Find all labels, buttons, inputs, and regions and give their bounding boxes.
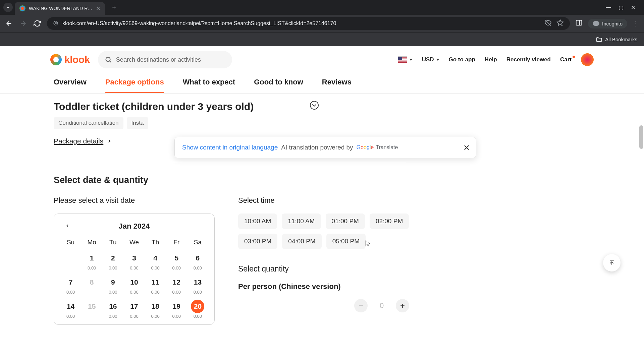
- calendar-day[interactable]: 100.00: [123, 276, 145, 297]
- cart-label: Cart: [560, 56, 572, 63]
- calendar-day[interactable]: 180.00: [145, 300, 166, 321]
- calendar-day[interactable]: 8: [81, 276, 102, 297]
- recently-viewed-link[interactable]: Recently viewed: [506, 56, 551, 63]
- cart-link[interactable]: Cart: [560, 56, 572, 63]
- tab-overview[interactable]: Overview: [54, 74, 87, 93]
- search-input[interactable]: Search destinations or activities: [98, 51, 232, 68]
- calendar-day-price: 0.00: [172, 290, 181, 295]
- browser-tab[interactable]: WAKING WONDERLAND Revis ✕: [15, 2, 105, 15]
- calendar-day[interactable]: 140.00: [60, 300, 81, 321]
- url-bar[interactable]: klook.com/en-US/activity/92569-waking-wo…: [47, 17, 570, 30]
- calendar-day-number: 13: [191, 276, 204, 289]
- tracking-protection-icon[interactable]: [544, 19, 552, 28]
- nav-reload-button[interactable]: [33, 19, 42, 28]
- calendar-day-price: 0.00: [66, 290, 75, 295]
- page-scrollbar[interactable]: [638, 46, 644, 362]
- translation-powered-by-text: AI translation powered by: [281, 144, 353, 151]
- time-slot[interactable]: 05:00 PM: [326, 234, 366, 249]
- calendar-day[interactable]: 160.00: [102, 300, 123, 321]
- klook-logo[interactable]: klook: [50, 54, 90, 65]
- incognito-label: Incognito: [602, 21, 623, 26]
- window-maximize-button[interactable]: ▢: [619, 4, 624, 11]
- time-slot[interactable]: 10:00 AM: [238, 214, 277, 229]
- new-tab-button[interactable]: +: [109, 2, 119, 12]
- calendar-day[interactable]: 60.00: [187, 251, 208, 273]
- svg-rect-2: [576, 20, 582, 25]
- calendar-day[interactable]: 30.00: [123, 251, 145, 273]
- calendar-day-price: 0.00: [66, 314, 75, 319]
- side-panel-icon[interactable]: [575, 19, 583, 28]
- tag-conditional-cancellation: Conditional cancellation: [54, 117, 123, 129]
- calendar-day[interactable]: 50.00: [166, 251, 187, 273]
- tab-what-to-expect[interactable]: What to expect: [183, 74, 235, 93]
- nav-back-button[interactable]: [5, 19, 13, 28]
- calendar-day-number: 8: [85, 276, 99, 289]
- calendar-day-number: 9: [106, 276, 120, 289]
- calendar-day[interactable]: 90.00: [102, 276, 123, 297]
- time-slot[interactable]: 11:00 AM: [282, 214, 321, 229]
- calendar-prev-button[interactable]: [65, 223, 70, 230]
- calendar-day[interactable]: 20.00: [102, 251, 123, 273]
- translation-banner-close-button[interactable]: ✕: [463, 143, 470, 153]
- calendar-dow: Th: [145, 239, 166, 249]
- tab-search-button[interactable]: [3, 3, 13, 12]
- time-slot[interactable]: 03:00 PM: [238, 234, 277, 249]
- calendar-day[interactable]: 10.00: [81, 251, 102, 273]
- site-info-icon[interactable]: [53, 20, 58, 27]
- calendar-day[interactable]: 120.00: [166, 276, 187, 297]
- nav-forward-button[interactable]: [19, 19, 28, 28]
- calendar-day[interactable]: 40.00: [145, 251, 166, 273]
- flag-icon: [398, 56, 407, 63]
- package-title: Toddler ticket (children under 3 years o…: [54, 101, 406, 112]
- window-minimize-button[interactable]: —: [606, 4, 611, 11]
- calendar-month-label: Jan 2024: [119, 222, 150, 231]
- bookmark-star-icon[interactable]: [556, 19, 564, 28]
- calendar-day[interactable]: 110.00: [145, 276, 166, 297]
- currency-selector[interactable]: USD: [422, 56, 439, 63]
- calendar-day-price: 0.00: [172, 265, 181, 270]
- calendar-day-price: 0.00: [130, 290, 138, 295]
- cart-notification-dot: [573, 56, 575, 58]
- date-label: Please select a visit date: [54, 196, 215, 205]
- user-avatar[interactable]: [581, 53, 594, 66]
- tab-close-button[interactable]: ✕: [96, 5, 100, 12]
- package-details-link[interactable]: Package details: [54, 137, 112, 145]
- all-bookmarks-button[interactable]: All Bookmarks: [596, 36, 637, 43]
- tab-package-options[interactable]: Package options: [105, 74, 164, 93]
- quantity-decrease-button[interactable]: −: [354, 299, 368, 312]
- window-close-button[interactable]: ✕: [631, 4, 635, 11]
- time-slot[interactable]: 02:00 PM: [370, 214, 409, 229]
- show-original-language-link[interactable]: Show content in original language: [182, 144, 278, 151]
- time-slot[interactable]: 04:00 PM: [282, 234, 321, 249]
- calendar-day-price: 0.00: [109, 290, 117, 295]
- browser-menu-button[interactable]: ⋮: [633, 19, 639, 27]
- info-icon[interactable]: [310, 101, 319, 110]
- help-link[interactable]: Help: [485, 56, 497, 63]
- calendar-day[interactable]: 15: [81, 300, 102, 321]
- calendar-day[interactable]: 190.00: [166, 300, 187, 321]
- go-to-app-link[interactable]: Go to app: [449, 56, 475, 63]
- quantity-value: 0: [378, 301, 386, 310]
- language-selector[interactable]: [398, 56, 413, 63]
- quantity-increase-button[interactable]: +: [396, 299, 409, 312]
- calendar-day[interactable]: 200.00: [187, 300, 208, 321]
- calendar-day-number: 5: [170, 251, 183, 265]
- url-text: klook.com/en-US/activity/92569-waking-wo…: [62, 20, 336, 26]
- tab-reviews[interactable]: Reviews: [322, 74, 352, 93]
- currency-label: USD: [422, 56, 434, 63]
- select-date-quantity-title: Select date & quantity: [54, 175, 590, 185]
- calendar-day[interactable]: 130.00: [187, 276, 208, 297]
- calendar-day[interactable]: 170.00: [123, 300, 145, 321]
- scroll-to-top-button[interactable]: [603, 254, 621, 272]
- calendar-day-price: 0.00: [151, 265, 159, 270]
- calendar-day-number: 18: [149, 300, 162, 313]
- calendar-day-number: 4: [149, 251, 162, 265]
- scrollbar-thumb[interactable]: [639, 125, 643, 149]
- calendar-day-price: 0.00: [194, 265, 202, 270]
- calendar-day-number: 2: [106, 251, 120, 265]
- calendar-day[interactable]: 70.00: [60, 276, 81, 297]
- incognito-badge[interactable]: Incognito: [588, 19, 627, 28]
- calendar-day-number: 17: [127, 300, 141, 313]
- tab-good-to-know[interactable]: Good to know: [254, 74, 303, 93]
- time-slot[interactable]: 01:00 PM: [326, 214, 365, 229]
